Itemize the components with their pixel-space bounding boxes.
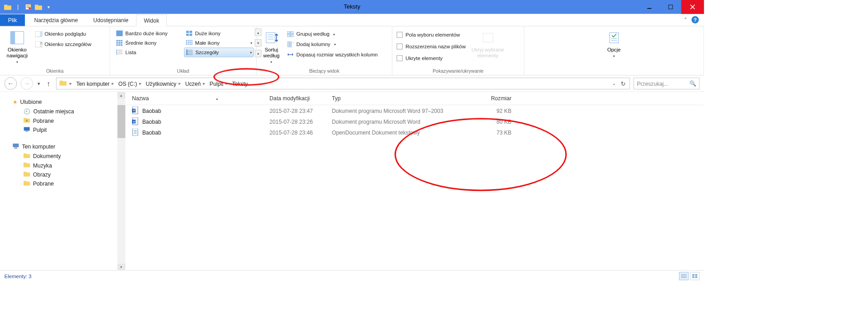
col-type[interactable]: Typ (332, 95, 478, 102)
layout-medium[interactable]: Średnie ikony (114, 38, 184, 47)
svg-rect-33 (121, 44, 123, 46)
history-dropdown[interactable]: ▾ (37, 81, 41, 86)
up-button[interactable]: ↑ (44, 79, 52, 88)
tree-downloads2[interactable]: Pobrane (0, 179, 125, 188)
properties-icon[interactable] (24, 3, 33, 11)
maximize-button[interactable] (660, 0, 681, 14)
small-icons-icon (185, 40, 193, 47)
tree-documents[interactable]: Dokumenty (0, 152, 125, 161)
svg-rect-34 (186, 40, 187, 41)
refresh-button[interactable]: ↻ (619, 80, 627, 87)
group-by-icon (287, 31, 294, 37)
item-checkboxes-toggle[interactable]: Pola wyboru elementów (397, 30, 466, 40)
file-row[interactable]: WBaobab 2015-07-28 23:47 Dokument progra… (125, 105, 704, 116)
svg-rect-9 (668, 5, 673, 9)
file-row[interactable]: WBaobab 2015-07-28 23:26 Dokument progra… (125, 116, 704, 127)
folder-icon (59, 80, 66, 87)
tree-recent[interactable]: 🕘Ostatnie miejsca (0, 107, 125, 116)
svg-rect-71 (483, 33, 493, 42)
crumb-computer[interactable]: Ten komputer▸ (75, 80, 115, 87)
recent-icon: 🕘 (24, 108, 30, 115)
col-name[interactable]: Nazwa▴ (132, 95, 269, 102)
quick-access-toolbar: | ▾ (0, 3, 53, 11)
add-columns-icon: + (287, 41, 294, 48)
layout-large[interactable]: Duże ikony (184, 28, 254, 38)
svg-text:W: W (133, 120, 136, 123)
word-docx-icon: W (132, 117, 139, 126)
extra-large-icons-icon (116, 30, 123, 37)
folder-icon (24, 162, 30, 168)
svg-rect-17 (40, 42, 42, 47)
address-dropdown-icon[interactable]: ⌄ (612, 81, 616, 86)
navigation-pane: ★ Ulubione 🕘Ostatnie miejsca Pobrane Pul… (0, 92, 125, 270)
hide-selected-button[interactable]: Ukryj wybrane elementy (469, 28, 506, 60)
breadcrumb-bar[interactable]: ▸ Ten komputer▸ OS (C:)▸ Użytkownicy▸ Uc… (56, 78, 630, 89)
tab-view[interactable]: Widok (136, 14, 167, 26)
view-large-icons-button[interactable] (690, 272, 699, 280)
add-columns-button[interactable]: +Dodaj kolumny (285, 40, 379, 48)
hidden-items-toggle[interactable]: Ukryte elementy (397, 53, 466, 63)
tree-music[interactable]: Muzyka (0, 161, 125, 170)
svg-rect-1 (4, 5, 7, 7)
new-folder-icon[interactable] (34, 3, 42, 11)
layout-details[interactable]: Szczegóły▾ (184, 47, 254, 57)
scroll-up-icon[interactable]: ▴ (118, 92, 126, 99)
crumb-drive[interactable]: OS (C:)▸ (117, 80, 143, 87)
group-by-button[interactable]: Grupuj według (285, 30, 379, 38)
scroll-thumb[interactable] (118, 105, 126, 138)
layout-list[interactable]: Lista (114, 47, 184, 57)
tab-file[interactable]: Plik (0, 14, 25, 26)
close-button[interactable] (681, 0, 704, 14)
view-details-button[interactable] (679, 272, 689, 280)
minimize-button[interactable] (639, 0, 660, 14)
navigation-pane-button[interactable]: Okienko nawigacji ▾ (5, 28, 30, 65)
svg-point-5 (28, 7, 31, 9)
tree-desktop[interactable]: Pulpit (0, 125, 125, 134)
crumb-current[interactable]: Teksty (231, 80, 249, 87)
scroll-down-icon[interactable]: ▾ (118, 264, 126, 270)
tree-this-pc[interactable]: Ten komputer (0, 142, 125, 152)
svg-rect-69 (290, 42, 292, 47)
layout-extra-large[interactable]: Bardzo duże ikony (114, 28, 184, 38)
tab-share[interactable]: Udostępnianie (85, 14, 136, 26)
help-icon[interactable]: ? (692, 16, 699, 23)
col-date[interactable]: Data modyfikacji (269, 95, 332, 102)
svg-rect-76 (59, 80, 62, 82)
svg-rect-67 (291, 34, 293, 37)
svg-rect-25 (116, 40, 118, 41)
crumb-users[interactable]: Użytkownicy▸ (144, 80, 182, 87)
nav-scrollbar[interactable]: ▴ ▾ (118, 92, 126, 270)
autosize-columns-button[interactable]: Dopasuj rozmiar wszystkich kolumn (285, 51, 379, 59)
options-button[interactable]: Opcje ▾ (604, 28, 624, 60)
col-size[interactable]: Rozmiar (478, 95, 526, 102)
forward-button[interactable]: → (20, 77, 33, 90)
file-row[interactable]: Baobab 2015-07-28 23:46 OpenDocument Dok… (125, 127, 704, 138)
crumb-user[interactable]: Uczeń▸ (184, 80, 207, 87)
tab-home[interactable]: Narzędzia główne (27, 14, 86, 26)
svg-rect-19 (40, 44, 42, 44)
group-label-panes: Okienka (5, 67, 105, 74)
qat-customize-icon[interactable]: ▾ (45, 3, 53, 11)
tree-favorites[interactable]: ★ Ulubione (0, 97, 125, 107)
svg-rect-88 (24, 172, 26, 173)
folder-icon (4, 3, 12, 11)
file-extensions-toggle[interactable]: Rozszerzenia nazw plików (397, 42, 466, 51)
preview-pane-button[interactable]: Okienko podglądu (33, 30, 93, 38)
crumb-sep[interactable]: ▸ (68, 81, 73, 86)
svg-rect-90 (24, 181, 26, 183)
details-pane-button[interactable]: Okienko szczegółów (33, 40, 93, 48)
sort-by-button[interactable]: Sortuj według ▾ (261, 28, 282, 65)
crumb-desktop[interactable]: Pulpit▸ (208, 80, 229, 87)
medium-icons-icon (116, 40, 123, 47)
qat-sep: | (14, 3, 22, 11)
search-input[interactable]: Przeszukaj... 🔍 (633, 78, 699, 89)
svg-rect-40 (189, 42, 190, 42)
svg-rect-65 (291, 31, 293, 34)
window-title: Teksty (344, 4, 360, 10)
tree-downloads[interactable]: Pobrane (0, 116, 125, 125)
svg-rect-30 (121, 42, 123, 43)
collapse-ribbon-icon[interactable]: ˄ (684, 16, 687, 23)
layout-small[interactable]: Małe ikony▾ (184, 38, 254, 47)
back-button[interactable]: ← (5, 77, 17, 90)
tree-pictures[interactable]: Obrazy (0, 170, 125, 179)
